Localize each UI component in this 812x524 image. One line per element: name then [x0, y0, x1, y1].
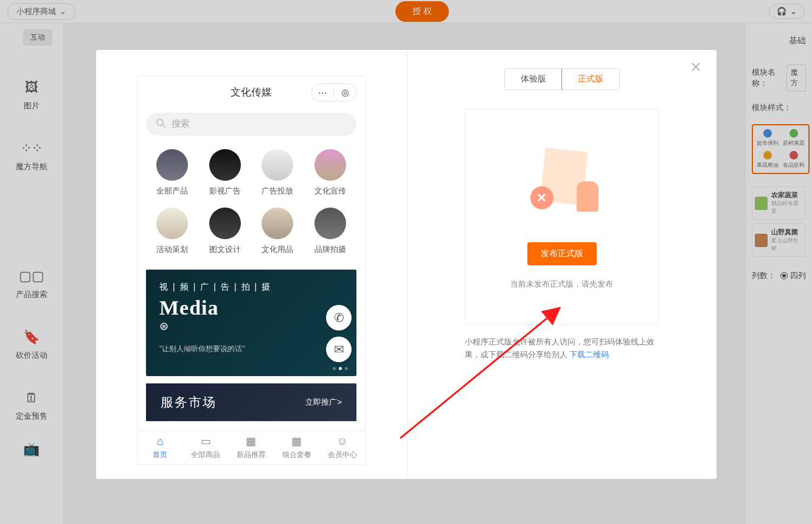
phone-preview: 文化传媒 ⋯ ◎ 搜索 全部产品 影视广告 广告投放 文化宣传	[137, 75, 366, 465]
search-icon	[156, 118, 165, 130]
service-bar[interactable]: 服务市场 立即推广>	[146, 383, 356, 421]
publish-modal: 文化传媒 ⋯ ◎ 搜索 全部产品 影视广告 广告投放 文化宣传	[96, 50, 717, 479]
publish-description: 小程序正式版允许被所有人访问，您可扫码体验线上效果，或下载二维码分享给别人 下载…	[465, 336, 659, 362]
service-title: 服务市场	[161, 394, 217, 411]
tab-new[interactable]: ▦新品推荐	[229, 431, 274, 464]
close-button[interactable]	[691, 62, 703, 74]
tab-member[interactable]: ☺会员中心	[319, 431, 365, 464]
modal-overlay: 文化传媒 ⋯ ◎ 搜索 全部产品 影视广告 广告投放 文化宣传	[0, 0, 812, 524]
error-icon: ✕	[530, 186, 553, 209]
category-item[interactable]: 品牌拍摄	[304, 208, 357, 255]
target-icon[interactable]: ◎	[334, 87, 356, 98]
banner[interactable]: 视|频|广|告|拍|摄 Media ⊛ "让别人倾听你想要说的话" ✆ ✉	[146, 270, 356, 376]
version-tab-prod[interactable]: 正式版	[561, 68, 620, 90]
search-placeholder: 搜索	[172, 118, 190, 130]
tab-all-products[interactable]: ▭全部商品	[183, 431, 229, 464]
category-grid: 全部产品 影视广告 广告投放 文化宣传 活动策划 图文设计 文化用品 品牌拍摄	[137, 143, 365, 266]
download-qr-link[interactable]: 下载二维码	[569, 350, 609, 359]
version-tabs: 体验版 正式版	[504, 68, 620, 90]
home-icon: ⌂	[157, 435, 164, 448]
category-item[interactable]: 广告投放	[251, 149, 304, 197]
tab-combo[interactable]: ▦组合套餐	[274, 431, 319, 464]
user-icon: ☺	[336, 435, 347, 448]
banner-subtitle: 视|频|广|告|拍|摄	[159, 282, 343, 293]
category-item[interactable]: 文化用品	[251, 208, 304, 255]
publish-button[interactable]: 发布正式版	[527, 242, 597, 265]
tab-home[interactable]: ⌂首页	[137, 431, 183, 464]
tabbar: ⌂首页 ▭全部商品 ▦新品推荐 ▦组合套餐 ☺会员中心	[137, 430, 365, 464]
service-go: 立即推广>	[305, 397, 342, 408]
publish-column: 体验版 正式版 ✕ 发布正式版 当前未发布正式版，请先发布 小程序正式版允许被所…	[408, 50, 717, 479]
more-icon[interactable]: ⋯	[312, 87, 334, 98]
empty-illustration: ✕	[519, 144, 605, 229]
banner-title: Media	[159, 296, 343, 320]
search-input[interactable]: 搜索	[146, 113, 356, 136]
category-item[interactable]: 图文设计	[199, 208, 252, 255]
banner-quote: "让别人倾听你想要说的话"	[159, 344, 343, 354]
wechat-icon[interactable]: ✉	[326, 337, 352, 362]
category-item[interactable]: 影视广告	[199, 149, 252, 197]
miniapp-title: 文化传媒	[231, 85, 272, 99]
wallet-icon: ▭	[201, 435, 211, 448]
version-tab-trial[interactable]: 体验版	[505, 69, 562, 89]
category-item[interactable]: 全部产品	[146, 149, 199, 197]
publish-frame: ✕ 发布正式版 当前未发布正式版，请先发布	[465, 108, 659, 325]
category-item[interactable]: 活动策划	[146, 208, 199, 255]
publish-status-msg: 当前未发布正式版，请先发布	[510, 279, 613, 290]
phone-preview-column: 文化传媒 ⋯ ◎ 搜索 全部产品 影视广告 广告投放 文化宣传	[96, 50, 408, 479]
grid-icon: ▦	[246, 435, 256, 448]
grid-icon: ▦	[291, 435, 302, 448]
category-item[interactable]: 文化宣传	[304, 149, 357, 197]
phone-icon[interactable]: ✆	[326, 305, 352, 330]
miniapp-capsule: ⋯ ◎	[311, 83, 356, 102]
